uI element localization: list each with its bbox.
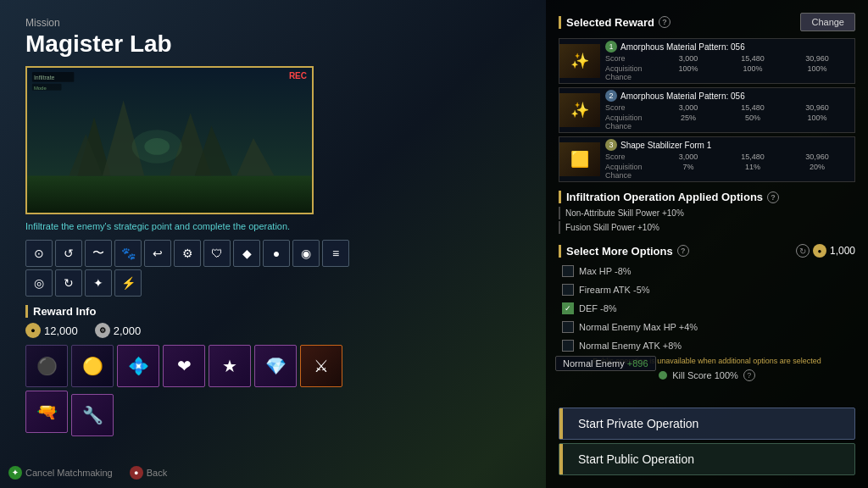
reward-stats-3: Score 3,000 15,480 30,960 [600,152,854,163]
left-panel: Mission Magister Lab REC [25,17,364,436]
ability-icon-3[interactable]: 〜 [85,240,112,267]
reward-item-1[interactable]: ⚫ [25,345,68,387]
more-option-label-2: Firearm ATK -5% [579,285,650,295]
ability-icon-12[interactable]: ◎ [25,269,53,297]
reward-item-6[interactable]: 💎 [254,345,297,387]
coin-icon: ● [25,323,41,338]
select-more-header: Select More Options ? ↻ ● 1,000 [559,244,855,258]
ability-icon-2[interactable]: ↺ [55,240,82,267]
reward-thumb-3: 🟨 [559,142,600,176]
ability-icon-9[interactable]: ● [263,240,290,267]
right-panel: Selected Reward ? Change ✨ 1 Amorphous M… [546,0,868,488]
coins-display: ↻ ● 1,000 [796,244,855,258]
reward-stats-2: Score 3,000 15,480 30,960 [600,103,854,114]
select-more-title: Select More Options ? [559,245,689,258]
more-option-checkbox-3[interactable] [562,302,574,314]
more-option-checkbox-5[interactable] [562,340,574,352]
reward-item-9[interactable]: 🔧 [71,394,114,436]
more-option-3[interactable]: DEF -8% [559,300,855,317]
reward-row-3: 🟨 3 Shape Stabilizer Form 1 Score 3,000 … [559,137,854,181]
reward-row-2: ✨ 2 Amorphous Material Pattern: 056 Scor… [559,88,854,132]
gear-currency: ⚙ 2,000 [95,323,142,338]
selected-reward-help[interactable]: ? [659,16,670,28]
reward-item-4[interactable]: ❤ [163,345,205,387]
enemy-badge-value: +896 [627,358,648,369]
coin-value: 12,000 [44,324,78,337]
reward-badge-3: 3 [605,139,617,151]
option-list: Max HP -8%Firearm ATK -5%DEF -8%Normal E… [559,263,855,354]
ability-icon-15[interactable]: ⚡ [114,269,142,297]
reward-item-8[interactable]: 🔫 [25,391,68,433]
cancel-icon: ✦ [8,466,22,480]
reward-item-5[interactable]: ★ [209,345,251,387]
reward-chance-2: Acquisition Chance 25% 50% 100% [600,114,854,132]
ability-icon-4[interactable]: 🐾 [114,240,142,267]
ability-icon-1[interactable]: ⊙ [25,240,53,267]
reward-badge-1: 1 [605,41,617,53]
reward-table-3: 🟨 3 Shape Stabilizer Form 1 Score 3,000 … [559,136,855,182]
ability-icon-5[interactable]: ↩ [144,240,171,267]
back-icon: ● [130,466,143,480]
change-button[interactable]: Change [800,13,855,31]
coin-currency: ● 12,000 [25,323,78,338]
more-option-checkbox-4[interactable] [562,321,574,333]
kill-score-dot [659,371,667,380]
ability-icon-11[interactable]: ≡ [322,240,349,267]
reward-item-3[interactable]: 💠 [117,345,159,387]
bottom-bar: ✦ Cancel Matchmaking ● Back [8,466,167,480]
ability-icon-6[interactable]: ⚙ [174,240,201,267]
reward-data-1: 1 Amorphous Material Pattern: 056 Score … [600,39,854,83]
ability-icon-8[interactable]: ◆ [233,240,260,267]
reward-items: ⚫🟡💠❤★💎⚔🔫🔧 [25,345,364,436]
ability-icon-7[interactable]: 🛡 [203,240,231,267]
more-option-label-4: Normal Enemy Max HP +4% [579,322,698,332]
reward-name-2: 2 Amorphous Material Pattern: 056 [600,88,854,103]
cancel-matchmaking-button[interactable]: ✦ Cancel Matchmaking [8,466,113,480]
reward-info-title: Reward Info [25,305,364,318]
infiltration-section: Infiltration Operation Applied Options ?… [559,191,855,236]
reward-name-1: 1 Amorphous Material Pattern: 056 [600,39,854,54]
reward-row-1: ✨ 1 Amorphous Material Pattern: 056 Scor… [559,39,854,83]
reward-data-2: 2 Amorphous Material Pattern: 056 Score … [600,88,854,132]
infiltration-help[interactable]: ? [767,191,779,203]
ability-icon-14[interactable]: ✦ [85,269,112,297]
reward-item-7[interactable]: ⚔ [300,345,342,387]
reward-table-1: ✨ 1 Amorphous Material Pattern: 056 Scor… [559,38,855,84]
refresh-icon[interactable]: ↻ [796,244,810,258]
reward-chance-1: Acquisition Chance 100% 100% 100% [600,64,854,83]
select-more-help[interactable]: ? [677,245,689,257]
more-option-checkbox-1[interactable] [562,265,574,277]
svg-text:Infiltrate: Infiltrate [34,75,55,80]
infiltration-options: Non-Attribute Skill Power +10%Fusion Ski… [559,207,855,234]
more-option-checkbox-2[interactable] [562,284,574,296]
enemy-badge: Normal Enemy +896 [555,356,656,371]
mission-preview: REC [25,66,314,214]
ability-icon-10[interactable]: ◉ [292,240,320,267]
preview-inner: Infiltrate Mode [27,68,312,213]
public-operation-button[interactable]: Start Public Operation [559,443,855,475]
selected-reward-title: Selected Reward ? [559,16,670,29]
reward-item-2[interactable]: 🟡 [71,345,114,387]
reward-currency: ● 12,000 ⚙ 2,000 [25,323,364,338]
reward-stats-1: Score 3,000 15,480 30,960 [600,54,854,64]
more-option-4[interactable]: Normal Enemy Max HP +4% [559,319,855,336]
gear-value: 2,000 [114,324,142,337]
kill-score-help[interactable]: ? [743,369,755,381]
back-button[interactable]: ● Back [130,466,167,480]
ability-icon-13[interactable]: ↻ [55,269,82,297]
mission-title: Magister Lab [25,30,364,58]
mission-description: Infiltrate the enemy's strategic point a… [25,221,364,231]
more-option-1[interactable]: Max HP -8% [559,263,855,280]
more-option-label-3: DEF -8% [579,303,617,313]
more-option-label-5: Normal Enemy ATK +8% [579,341,682,351]
more-option-5[interactable]: Normal Enemy ATK +8% [559,337,855,354]
private-operation-button[interactable]: Start Private Operation [559,408,855,440]
coin-small-icon: ● [813,244,826,258]
infiltration-option-2: Fusion Skill Power +10% [559,221,855,234]
more-option-2[interactable]: Firearm ATK -5% [559,281,855,298]
reward-chance-3: Acquisition Chance 7% 11% 20% [600,163,854,181]
reward-thumb-1: ✨ [559,44,600,78]
select-more-section: Select More Options ? ↻ ● 1,000 Max HP -… [559,244,855,402]
mission-label: Mission [25,17,364,29]
reward-name-3: 3 Shape Stabilizer Form 1 [600,137,854,152]
